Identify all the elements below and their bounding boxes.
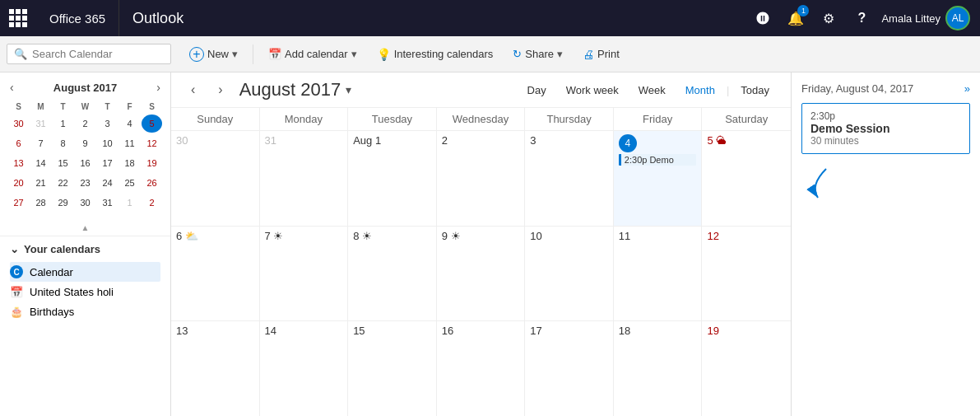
calendar-list-item[interactable]: 📅United States holi — [10, 282, 160, 301]
search-box[interactable]: 🔍 — [7, 44, 171, 64]
notifications-icon[interactable]: 🔔 1 — [783, 5, 809, 31]
mini-cal-day[interactable]: 2 — [75, 115, 95, 133]
new-dropdown-icon[interactable]: ▾ — [232, 48, 238, 60]
view-workweek-button[interactable]: Work week — [558, 81, 627, 100]
cal-prev-button[interactable]: ‹ — [184, 79, 202, 100]
calendar-day-cell[interactable]: 6 ⛅ — [171, 227, 260, 321]
day-number: 6 ⛅ — [176, 230, 254, 242]
mini-cal-day[interactable]: 30 — [75, 194, 95, 212]
plus-icon: + — [189, 47, 204, 62]
mini-cal-day[interactable]: 19 — [142, 154, 162, 172]
mini-cal-day[interactable]: 9 — [75, 134, 95, 152]
calendar-day-cell[interactable]: 19 — [702, 321, 791, 416]
mini-cal-day[interactable]: 12 — [142, 134, 162, 152]
more-events-icon[interactable]: » — [964, 82, 970, 95]
office365-logo[interactable]: Office 365 — [36, 0, 119, 36]
mini-cal-day[interactable]: 2 — [142, 194, 162, 212]
mini-cal-day[interactable]: 14 — [30, 154, 51, 172]
mini-cal-day[interactable]: 31 — [30, 115, 51, 133]
calendar-day-cell[interactable]: 18 — [614, 321, 703, 416]
user-profile[interactable]: Amala Littey AL — [881, 6, 970, 30]
mini-cal-day[interactable]: 23 — [75, 174, 95, 192]
calendar-day-cell[interactable]: 2 — [437, 131, 526, 226]
mini-cal-day[interactable]: 7 — [30, 134, 51, 152]
interesting-calendars-button[interactable]: 💡 Interesting calendars — [369, 44, 502, 65]
add-calendar-button[interactable]: 📅 Add calendar ▾ — [260, 44, 365, 64]
mini-cal-day[interactable]: 1 — [53, 115, 73, 133]
mini-cal-day[interactable]: 28 — [30, 194, 51, 212]
view-today-button[interactable]: Today — [732, 81, 778, 100]
mini-cal-day[interactable]: 13 — [8, 154, 29, 172]
mini-cal-day[interactable]: 3 — [97, 115, 118, 133]
mini-cal-prev[interactable]: ‹ — [7, 79, 17, 96]
calendar-day-cell[interactable]: 8 ☀ — [348, 227, 437, 321]
mini-cal-day[interactable]: 15 — [53, 154, 73, 172]
add-calendar-dropdown-icon[interactable]: ▾ — [351, 48, 357, 60]
mini-day-header: T — [53, 100, 73, 113]
mini-cal-day[interactable]: 27 — [8, 194, 29, 212]
mini-cal-day[interactable]: 16 — [75, 154, 95, 172]
calendar-list-item[interactable]: CCalendar — [10, 262, 160, 282]
calendar-day-cell[interactable]: 15 — [348, 321, 437, 416]
calendar-day-cell[interactable]: 3 — [525, 131, 614, 226]
view-week-button[interactable]: Week — [630, 81, 674, 100]
calendar-title[interactable]: August 2017 ▾ — [239, 79, 352, 100]
mini-cal-day[interactable]: 25 — [119, 174, 140, 192]
calendar-day-cell[interactable]: 12 — [702, 227, 791, 321]
calendar-list-item[interactable]: 🎂Birthdays — [10, 301, 160, 321]
calendar-day-cell[interactable]: 17 — [525, 321, 614, 416]
search-input[interactable] — [32, 48, 147, 60]
mini-cal-day[interactable]: 17 — [97, 154, 118, 172]
view-day-button[interactable]: Day — [519, 81, 555, 100]
calendar-day-cell[interactable]: 14 — [260, 321, 349, 416]
calendar-day-cell[interactable]: 5 🌥 — [702, 131, 791, 226]
calendar-day-cell[interactable]: 13 — [171, 321, 260, 416]
mini-cal-day[interactable]: 30 — [8, 115, 29, 133]
calendar-day-cell[interactable]: Aug 1 — [348, 131, 437, 226]
calendar-day-cell[interactable]: 16 — [437, 321, 526, 416]
mini-cal-day[interactable]: 11 — [119, 134, 140, 152]
share-button[interactable]: ↻ Share ▾ — [504, 44, 571, 64]
calendar-day-cell[interactable]: 42:30p Demo — [614, 131, 703, 226]
calendar-week-row: 13141516171819 — [171, 321, 791, 416]
share-dropdown-icon[interactable]: ▾ — [557, 48, 563, 60]
event-chip[interactable]: 2:30p Demo — [619, 154, 697, 166]
mini-cal-day[interactable]: 1 — [119, 194, 140, 212]
help-icon[interactable]: ? — [848, 5, 875, 31]
mini-cal-day[interactable]: 31 — [97, 194, 118, 212]
calendar-day-cell[interactable]: 10 — [525, 227, 614, 321]
calendar-day-cell[interactable]: 7 ☀ — [260, 227, 349, 321]
app-launcher-button[interactable] — [0, 0, 36, 36]
mini-cal-day[interactable]: 18 — [119, 154, 140, 172]
skype-icon[interactable] — [750, 5, 776, 31]
mini-day-header: M — [30, 100, 51, 113]
mini-cal-day[interactable]: 22 — [53, 174, 73, 192]
mini-cal-next[interactable]: › — [153, 79, 164, 96]
mini-cal-day[interactable]: 5 — [142, 115, 162, 133]
mini-cal-grid: SMTWTFS 30311234567891011121314151617181… — [7, 99, 164, 213]
calendar-day-cell[interactable]: 30 — [171, 131, 260, 226]
new-button[interactable]: + New ▾ — [181, 43, 246, 66]
avatar: AL — [945, 6, 970, 30]
mini-cal-day[interactable]: 8 — [53, 134, 73, 152]
mini-cal-day[interactable]: 26 — [142, 174, 162, 192]
calendar-day-cell[interactable]: 31 — [260, 131, 349, 226]
mini-cal-day[interactable]: 6 — [8, 134, 29, 152]
mini-cal-day[interactable]: 29 — [53, 194, 73, 212]
mini-cal-day[interactable]: 20 — [8, 174, 29, 192]
calendar-day-cell[interactable]: 9 ☀ — [437, 227, 526, 321]
cal-next-button[interactable]: › — [211, 79, 229, 100]
mini-cal-day[interactable]: 4 — [119, 115, 140, 133]
mini-cal-day[interactable]: 21 — [30, 174, 51, 192]
event-detail-card[interactable]: 2:30p Demo Session 30 minutes — [801, 103, 970, 154]
print-button[interactable]: 🖨 Print — [574, 44, 628, 65]
calendar-day-cell[interactable]: 11 — [614, 227, 703, 321]
view-month-button[interactable]: Month — [677, 81, 723, 100]
mini-cal-day[interactable]: 10 — [97, 134, 118, 152]
calendars-header[interactable]: ⌄ Your calendars — [10, 243, 160, 255]
calendar-item-icon: 🎂 — [10, 305, 23, 318]
mini-cal-day[interactable]: 24 — [97, 174, 118, 192]
settings-icon[interactable]: ⚙ — [815, 5, 842, 31]
interesting-calendars-label: Interesting calendars — [394, 48, 494, 60]
calendar-item-name: Birthdays — [30, 306, 74, 318]
